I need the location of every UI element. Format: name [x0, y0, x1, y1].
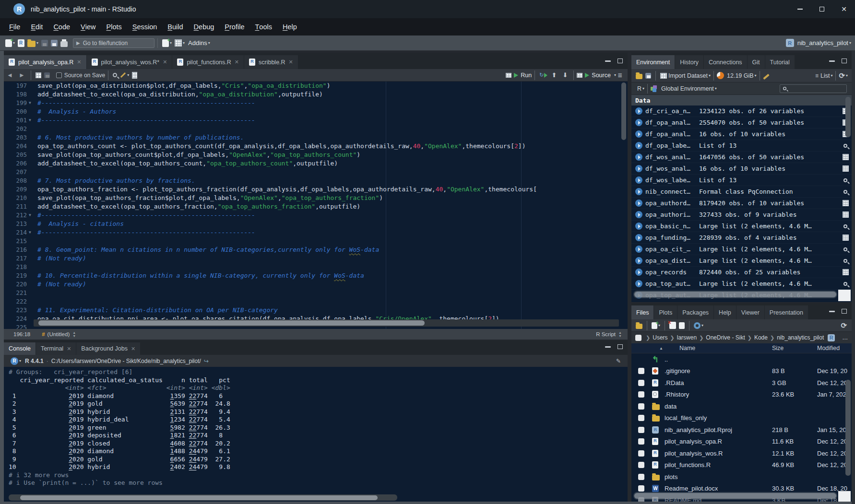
maximize-button[interactable] — [811, 0, 833, 18]
file-row[interactable]: data — [631, 400, 852, 412]
inspect-object-icon[interactable] — [843, 178, 847, 182]
close-tab-icon[interactable]: ✕ — [289, 59, 293, 65]
tab-presentation[interactable]: Presentation — [765, 305, 808, 319]
new-folder-button[interactable] — [634, 320, 644, 331]
fold-arrow-icon[interactable]: ▼ — [29, 228, 31, 237]
file-row[interactable]: local_files_only — [631, 412, 852, 424]
file-name[interactable]: .Rhistory — [665, 391, 772, 398]
refresh-environment-icon[interactable]: ⟳ — [839, 71, 845, 80]
console-tab-terminal[interactable]: Terminal✕ — [36, 342, 76, 355]
view-table-icon[interactable] — [843, 154, 849, 160]
file-checkbox[interactable] — [638, 415, 644, 421]
breadcrumb-item[interactable]: Kode — [754, 334, 768, 341]
import-dataset-button[interactable]: Import Dataset — [668, 72, 708, 79]
source-on-save-checkbox[interactable] — [56, 72, 62, 78]
expand-icon[interactable] — [635, 199, 642, 207]
environment-object-row[interactable]: opa_oa_cit_…Large list (2 elements, 4.6 … — [631, 244, 852, 255]
file-checkbox[interactable] — [638, 438, 644, 445]
expand-icon[interactable] — [635, 188, 642, 195]
code-line[interactable]: 198add_datasheet_to_excel(opa_oa_distrib… — [4, 90, 628, 99]
menu-debug[interactable]: Debug — [189, 18, 220, 35]
view-table-icon[interactable] — [843, 269, 849, 275]
expand-icon[interactable] — [635, 119, 642, 126]
open-directory-icon[interactable]: ↪ — [204, 358, 209, 364]
minimize-pane-icon[interactable] — [829, 60, 835, 62]
editor-horizontal-scrollbar[interactable] — [34, 319, 619, 327]
new-blank-file-button[interactable]: ▾ — [650, 320, 662, 331]
source-button[interactable]: Source▾ — [577, 72, 616, 79]
tab-environment[interactable]: Environment — [631, 55, 675, 69]
sort-icon[interactable]: ▲ — [659, 346, 663, 351]
column-size[interactable]: Size — [772, 345, 817, 352]
file-checkbox[interactable] — [638, 391, 644, 398]
clear-objects-icon[interactable] — [763, 73, 769, 79]
editor-vertical-scrollbar[interactable] — [621, 82, 627, 325]
addins-menu[interactable]: Addins — [188, 39, 207, 47]
console-tab-console[interactable]: Console — [4, 342, 36, 355]
file-name[interactable]: pilot_analysis_opa.R — [665, 438, 772, 445]
close-tab-icon[interactable]: ✕ — [235, 59, 239, 65]
file-row[interactable]: R.RData3 GBDec 12, 20 — [631, 377, 852, 389]
file-name[interactable]: data — [665, 403, 772, 410]
code-line[interactable]: 218 — [4, 263, 628, 271]
files-vertical-scrollbar[interactable] — [845, 380, 851, 476]
code-line[interactable]: 213# Analysis - citations — [4, 220, 628, 228]
environment-horizontal-scrollbar[interactable] — [633, 291, 837, 298]
code-line[interactable]: 215 — [4, 237, 628, 246]
environment-object-row[interactable]: opa_records872440 obs. of 25 variables — [631, 267, 852, 278]
breadcrumb-item[interactable]: OneDrive - Sikt — [706, 334, 745, 341]
select-all-checkbox[interactable] — [635, 335, 641, 341]
run-below-icon[interactable]: ⬇ — [559, 71, 570, 79]
menu-file[interactable]: File — [4, 18, 25, 35]
menu-tools[interactable]: Tools — [249, 18, 277, 35]
new-file-button[interactable]: ▾ — [4, 37, 16, 49]
file-name[interactable]: pilot_analysis_wos.R — [665, 450, 772, 457]
menu-code[interactable]: Code — [48, 18, 75, 35]
menu-build[interactable]: Build — [162, 18, 188, 35]
code-line[interactable]: 197save_plot(opa_oa_distribution$plot,df… — [4, 82, 628, 90]
environment-object-row[interactable]: opa_authord…8179420 obs. of 10 variables — [631, 198, 852, 209]
editor-tab[interactable]: Rpilot_analysis_opa.R✕ — [4, 55, 86, 69]
file-row[interactable]: Rpilot_functions.R46.9 KBDec 12, 20 — [631, 459, 852, 471]
clear-console-icon[interactable]: ✎ — [616, 358, 621, 364]
more-file-commands-button[interactable]: ▾ — [692, 320, 705, 331]
menu-plots[interactable]: Plots — [101, 18, 127, 35]
workspace-panes-button[interactable]: ▾ — [173, 37, 186, 49]
close-tab-icon[interactable]: ✕ — [67, 346, 71, 352]
expand-icon[interactable] — [635, 107, 642, 115]
expand-icon[interactable] — [635, 246, 642, 253]
file-row[interactable]: Rpilot_analysis_opa.R11.6 KBDec 12, 20 — [631, 436, 852, 448]
expand-icon[interactable] — [635, 269, 642, 276]
environment-object-row[interactable]: opa_oa_dist…Large list (2 elements, 4.6 … — [631, 255, 852, 267]
code-line[interactable]: 217# (Not ready) — [4, 254, 628, 263]
environment-object-row[interactable]: df_opa_anal…2554070 obs. of 50 variables — [631, 117, 852, 129]
expand-icon[interactable] — [635, 153, 642, 161]
file-name[interactable]: plots — [665, 473, 772, 481]
compile-report-icon[interactable] — [131, 70, 139, 81]
goto-file-input[interactable]: ▶Go to file/function — [73, 38, 154, 48]
code-line[interactable]: 203# 6. Most productive authors by numbe… — [4, 133, 628, 142]
code-line[interactable]: 216# 8. Geom_point: Mean n citations in … — [4, 246, 628, 254]
file-name[interactable]: .RData — [665, 379, 772, 387]
save-source-button[interactable] — [43, 70, 51, 81]
column-name[interactable]: Name — [679, 345, 772, 352]
environment-object-row[interactable]: opa_authori…327433 obs. of 9 variables — [631, 209, 852, 221]
tab-files[interactable]: Files — [631, 305, 653, 319]
code-line[interactable]: 221 — [4, 289, 628, 297]
section-navigator[interactable]: # (Untitled)▲▼ — [42, 331, 76, 338]
menu-view[interactable]: View — [75, 18, 101, 35]
code-line[interactable]: 220# (Not ready) — [4, 280, 628, 289]
file-checkbox[interactable] — [638, 380, 644, 386]
expand-icon[interactable] — [635, 130, 642, 138]
code-line[interactable]: 223# 11. Experimental: Citation-distribu… — [4, 306, 628, 315]
file-name[interactable]: nib_analytics_pilot.Rproj — [665, 426, 772, 434]
tab-viewer[interactable]: Viewer — [736, 305, 764, 319]
minimize-pane-icon[interactable] — [605, 60, 611, 62]
list-view-selector[interactable]: List — [820, 72, 830, 79]
column-modified[interactable]: Modified — [817, 345, 852, 352]
file-row[interactable]: ↰.. — [631, 353, 852, 365]
environment-object-row[interactable]: df_wos_anal…16 obs. of 10 variables — [631, 163, 852, 175]
version-control-button[interactable]: ▾ — [161, 37, 173, 49]
file-checkbox[interactable] — [638, 474, 644, 480]
file-row[interactable]: plots — [631, 471, 852, 483]
